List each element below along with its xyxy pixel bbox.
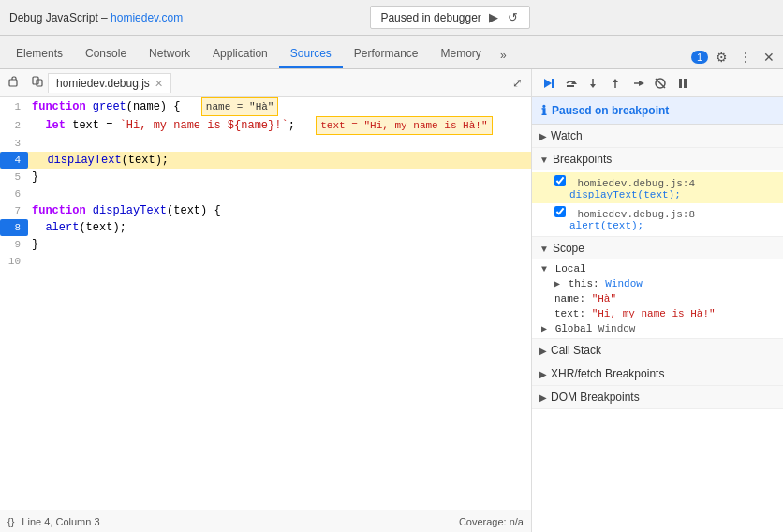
tab-performance[interactable]: Performance <box>343 40 430 68</box>
code-line-2: 2 let text = `Hi, my name is ${name}!`; … <box>0 116 531 135</box>
tab-overflow[interactable]: » <box>493 42 514 68</box>
line-number-8: 8 <box>0 219 28 236</box>
code-editor[interactable]: 1 function greet(name) { name = "Hà" 2 l… <box>0 97 531 510</box>
tooltip-name: name = "Hà" <box>201 97 279 116</box>
svg-rect-16 <box>684 79 687 88</box>
tab-sources[interactable]: Sources <box>279 40 343 68</box>
scope-content: ▼ Local ▶ this: Window name: "Hà" text: … <box>532 259 783 338</box>
source-file-tab[interactable]: homiedev.debug.js ✕ <box>48 73 171 93</box>
global-label: Global <box>555 323 593 334</box>
this-val: Window <box>605 278 643 289</box>
resume-execution-button[interactable] <box>538 74 558 93</box>
tab-console[interactable]: Console <box>74 40 138 68</box>
paused-info-label: Paused on breakpoint <box>552 104 669 117</box>
code-line-8: 8 alert(text); <box>0 219 531 236</box>
scope-global-header[interactable]: ▶ Global Window <box>532 321 783 336</box>
step-into-button[interactable] <box>583 74 603 93</box>
svg-marker-8 <box>590 84 596 88</box>
debugger-panel: ℹ Paused on breakpoint ▶ Watch ▼ Breakpo… <box>532 69 783 532</box>
code-content-8: alert(text); <box>28 219 531 236</box>
tab-elements[interactable]: Elements <box>5 40 74 68</box>
call-stack-label: Call Stack <box>551 344 601 357</box>
breakpoints-label: Breakpoints <box>553 153 612 166</box>
svg-rect-15 <box>679 79 682 88</box>
call-stack-triangle: ▶ <box>539 346 547 356</box>
xhr-header[interactable]: ▶ XHR/fetch Breakpoints <box>532 362 783 385</box>
scope-header[interactable]: ▼ Scope <box>532 237 783 259</box>
dom-label: DOM Breakpoints <box>551 391 640 404</box>
line-number-9: 9 <box>0 236 28 253</box>
svg-rect-1 <box>33 77 38 84</box>
breakpoint-location-1: homiedev.debug.js:4 <box>578 178 695 189</box>
scope-local-header[interactable]: ▼ Local <box>532 261 783 276</box>
close-file-tab[interactable]: ✕ <box>155 78 163 90</box>
watch-triangle: ▶ <box>539 131 547 141</box>
coverage-label: Coverage: n/a <box>459 516 524 527</box>
more-button[interactable]: ⋮ <box>735 46 756 68</box>
step-button[interactable] <box>628 74 648 93</box>
tab-memory[interactable]: Memory <box>430 40 493 68</box>
status-icon: {} <box>7 516 14 527</box>
call-stack-header[interactable]: ▶ Call Stack <box>532 339 783 362</box>
breakpoint-checkbox-1[interactable] <box>554 175 566 186</box>
step-out-button[interactable] <box>605 74 626 93</box>
line-number-10: 10 <box>0 253 28 270</box>
line-number-6: 6 <box>0 185 28 202</box>
source-tabs-bar: homiedev.debug.js ✕ ⤢ <box>0 69 531 97</box>
svg-marker-10 <box>613 79 618 82</box>
tab-application[interactable]: Application <box>201 40 279 68</box>
page-title: Debug JavaScript – homiedev.com <box>9 11 183 24</box>
code-content-2: let text = `Hi, my name is ${name}!`; te… <box>28 116 531 135</box>
code-content-1: function greet(name) { name = "Hà" <box>28 97 531 116</box>
paused-info-bar: ℹ Paused on breakpoint <box>532 97 783 125</box>
scope-section: ▼ Scope ▼ Local ▶ this: Window name: "Hà… <box>532 237 783 339</box>
tab-network[interactable]: Network <box>138 40 201 68</box>
scope-text: text: "Hi, my name is Hà!" <box>532 306 783 321</box>
breakpoints-header[interactable]: ▼ Breakpoints <box>532 148 783 170</box>
resume-button[interactable]: ▶ <box>487 9 500 25</box>
breakpoint-item-1: homiedev.debug.js:4 displayText(text); <box>532 172 783 203</box>
pause-exceptions-button[interactable] <box>672 74 693 93</box>
expand-source-button[interactable]: ⤢ <box>509 74 526 92</box>
site-link[interactable]: homiedev.com <box>111 11 183 24</box>
breakpoint-item-2: homiedev.debug.js:8 alert(text); <box>532 203 783 234</box>
settings-button[interactable]: ⚙ <box>712 46 731 68</box>
scope-this[interactable]: ▶ this: Window <box>532 276 783 291</box>
dom-header[interactable]: ▶ DOM Breakpoints <box>532 386 783 408</box>
name-val: "Hà" <box>592 293 616 304</box>
sources-nav-forward[interactable] <box>27 73 48 93</box>
svg-marker-12 <box>639 81 644 86</box>
watch-header[interactable]: ▶ Watch <box>532 125 783 147</box>
status-bar: {} Line 4, Column 3 Coverage: n/a <box>0 510 531 532</box>
code-content-7: function displayText(text) { <box>28 202 531 219</box>
sources-nav-back[interactable] <box>5 74 23 92</box>
code-line-1: 1 function greet(name) { name = "Hà" <box>0 97 531 116</box>
svg-rect-6 <box>567 85 574 87</box>
global-val: Window <box>598 323 636 334</box>
local-label: Local <box>555 263 586 274</box>
breakpoint-checkbox-2[interactable] <box>554 206 566 217</box>
cursor-position: Line 4, Column 3 <box>22 516 99 527</box>
code-line-5: 5 } <box>0 169 531 185</box>
title-text: Debug JavaScript <box>9 11 98 24</box>
code-line-7: 7 function displayText(text) { <box>0 202 531 219</box>
source-filename: homiedev.debug.js <box>56 77 150 90</box>
info-icon: ℹ <box>541 103 546 118</box>
xhr-label: XHR/fetch Breakpoints <box>551 367 664 380</box>
code-line-10: 10 <box>0 253 531 270</box>
line-number-1: 1 <box>0 98 28 115</box>
code-content-9: } <box>28 236 531 253</box>
breakpoint-location-2: homiedev.debug.js:8 <box>578 209 695 220</box>
watch-section: ▶ Watch <box>532 125 783 148</box>
close-devtools-button[interactable]: ✕ <box>760 46 778 68</box>
text-key: text: <box>554 308 585 319</box>
scope-name: name: "Hà" <box>532 291 783 306</box>
deactivate-breakpoints-button[interactable] <box>650 74 671 93</box>
dom-section: ▶ DOM Breakpoints <box>532 386 783 409</box>
step-over-button[interactable]: ↺ <box>506 9 520 25</box>
breakpoints-triangle: ▼ <box>539 155 549 165</box>
this-key: this: <box>569 278 599 289</box>
line-number-5: 5 <box>0 169 28 185</box>
step-over-button[interactable] <box>560 74 581 93</box>
line-number-7: 7 <box>0 202 28 219</box>
